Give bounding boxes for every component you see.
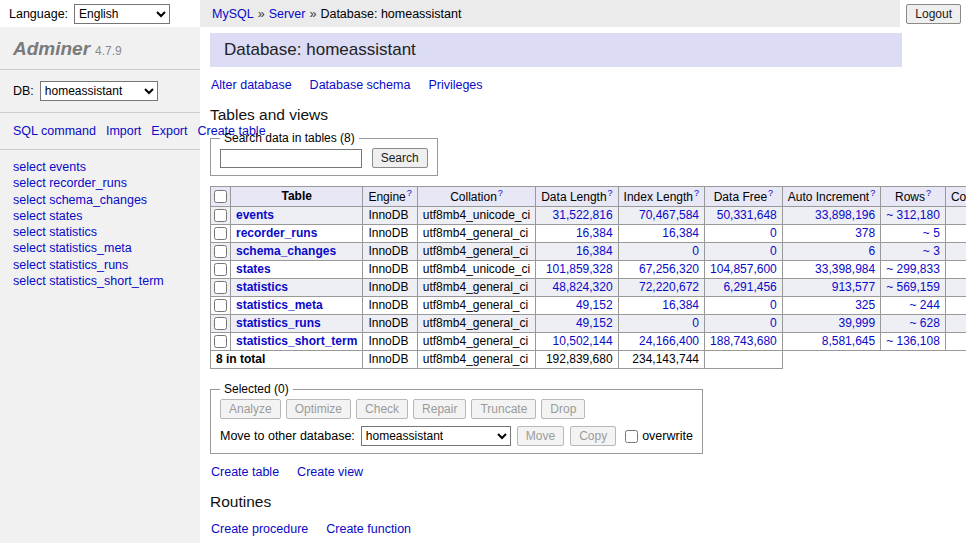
table-name-link[interactable]: statistics_short_term [236, 334, 357, 348]
data-length-link[interactable]: 31,522,816 [553, 208, 613, 222]
sidebar-select-statistics-short-term[interactable]: select statistics_short_term [13, 273, 187, 289]
rows-link[interactable]: ~ 628 [910, 316, 940, 330]
index-length-link[interactable]: 72,220,672 [639, 280, 699, 294]
overwrite-checkbox[interactable] [625, 430, 638, 443]
logout-button[interactable]: Logout [906, 4, 961, 24]
rows-link[interactable]: ~ 5 [923, 226, 940, 240]
data-free-link[interactable]: 104,857,600 [710, 262, 777, 276]
sidebar-select-statistics-runs[interactable]: select statistics_runs [13, 257, 187, 273]
data-length-link[interactable]: 101,859,328 [546, 262, 613, 276]
sidebar-select-recorder-runs[interactable]: select recorder_runs [13, 175, 187, 191]
data-length-link[interactable]: 48,824,320 [553, 280, 613, 294]
action-database-schema[interactable]: Database schema [310, 78, 411, 92]
rows-link[interactable]: ~ 3 [923, 244, 940, 258]
link-create-view[interactable]: Create view [297, 465, 363, 479]
help-link[interactable]: ? [926, 188, 931, 198]
auto-increment-link[interactable]: 33,898,196 [815, 208, 875, 222]
index-length-link[interactable]: 0 [692, 244, 699, 258]
sidebar-link-export[interactable]: Export [151, 124, 187, 138]
help-link[interactable]: ? [498, 188, 503, 198]
search-input[interactable] [220, 149, 362, 168]
table-name-link[interactable]: schema_changes [236, 244, 336, 258]
index-length-link[interactable]: 0 [692, 316, 699, 330]
link-create-procedure[interactable]: Create procedure [211, 522, 308, 536]
truncate-button[interactable]: Truncate [471, 399, 536, 419]
action-privileges[interactable]: Privileges [428, 78, 482, 92]
help-link[interactable]: ? [694, 188, 699, 198]
analyze-button[interactable]: Analyze [220, 399, 281, 419]
help-link[interactable]: ? [407, 188, 412, 198]
link-create-function[interactable]: Create function [326, 522, 411, 536]
index-length-link[interactable]: 16,384 [662, 298, 699, 312]
data-length-link[interactable]: 16,384 [576, 226, 613, 240]
table-name-link[interactable]: recorder_runs [236, 226, 317, 240]
index-length-link[interactable]: 70,467,584 [639, 208, 699, 222]
search-button[interactable]: Search [372, 148, 428, 168]
auto-increment-link[interactable]: 33,398,984 [815, 262, 875, 276]
data-length-link[interactable]: 16,384 [576, 244, 613, 258]
sidebar-link-sql-command[interactable]: SQL command [13, 124, 96, 138]
row-checkbox[interactable] [214, 281, 227, 294]
move-db-select[interactable]: homeassistant [361, 426, 511, 446]
data-free-link[interactable]: 188,743,680 [710, 334, 777, 348]
sidebar-select-schema-changes[interactable]: select schema_changes [13, 192, 187, 208]
db-select[interactable]: homeassistant [40, 81, 158, 101]
row-checkbox[interactable] [214, 227, 227, 240]
breadcrumb-server[interactable]: Server [269, 7, 306, 21]
auto-increment-link[interactable]: 325 [855, 298, 875, 312]
optimize-button[interactable]: Optimize [286, 399, 351, 419]
check-button[interactable]: Check [356, 399, 408, 419]
data-length-link[interactable]: 49,152 [576, 316, 613, 330]
sidebar-select-events[interactable]: select events [13, 159, 187, 175]
sidebar-select-states[interactable]: select states [13, 208, 187, 224]
row-checkbox[interactable] [214, 209, 227, 222]
data-length-link[interactable]: 10,502,144 [553, 334, 613, 348]
sidebar-link-import[interactable]: Import [106, 124, 141, 138]
data-free-link[interactable]: 0 [770, 244, 777, 258]
data-length-link[interactable]: 49,152 [576, 298, 613, 312]
drop-button[interactable]: Drop [541, 399, 585, 419]
index-length-link[interactable]: 16,384 [662, 226, 699, 240]
breadcrumb-mysql[interactable]: MySQL [212, 7, 254, 21]
rows-link[interactable]: ~ 312,180 [886, 208, 940, 222]
table-name-link[interactable]: statistics_meta [236, 298, 323, 312]
row-checkbox[interactable] [214, 335, 227, 348]
row-checkbox[interactable] [214, 299, 227, 312]
rows-link[interactable]: ~ 244 [910, 298, 940, 312]
data-free-link[interactable]: 0 [770, 316, 777, 330]
action-alter-database[interactable]: Alter database [211, 78, 292, 92]
help-link[interactable]: ? [768, 188, 773, 198]
link-create-table[interactable]: Create table [211, 465, 279, 479]
data-free-link[interactable]: 6,291,456 [723, 280, 776, 294]
row-checkbox[interactable] [214, 317, 227, 330]
adminer-logo[interactable]: Adminer [13, 38, 90, 59]
rows-link[interactable]: ~ 299,833 [886, 262, 940, 276]
row-checkbox[interactable] [214, 245, 227, 258]
language-select[interactable]: English [74, 4, 170, 24]
data-free-link[interactable]: 50,331,648 [717, 208, 777, 222]
repair-button[interactable]: Repair [413, 399, 466, 419]
data-free-link[interactable]: 0 [770, 226, 777, 240]
help-link[interactable]: ? [608, 188, 613, 198]
table-name-link[interactable]: events [236, 208, 274, 222]
help-link[interactable]: ? [870, 188, 875, 198]
table-name-link[interactable]: states [236, 262, 271, 276]
auto-increment-link[interactable]: 378 [855, 226, 875, 240]
table-name-link[interactable]: statistics_runs [236, 316, 321, 330]
auto-increment-link[interactable]: 6 [868, 244, 875, 258]
auto-increment-link[interactable]: 8,581,645 [822, 334, 875, 348]
move-button[interactable]: Move [517, 426, 564, 446]
rows-link[interactable]: ~ 136,108 [886, 334, 940, 348]
index-length-link[interactable]: 67,256,320 [639, 262, 699, 276]
sidebar-select-statistics[interactable]: select statistics [13, 224, 187, 240]
copy-button[interactable]: Copy [570, 426, 616, 446]
row-checkbox[interactable] [214, 263, 227, 276]
data-free-link[interactable]: 0 [770, 298, 777, 312]
rows-link[interactable]: ~ 569,159 [886, 280, 940, 294]
auto-increment-link[interactable]: 913,577 [832, 280, 875, 294]
select-all-checkbox[interactable] [214, 190, 227, 203]
auto-increment-link[interactable]: 39,999 [838, 316, 875, 330]
index-length-link[interactable]: 24,166,400 [639, 334, 699, 348]
sidebar-select-statistics-meta[interactable]: select statistics_meta [13, 240, 187, 256]
table-name-link[interactable]: statistics [236, 280, 288, 294]
